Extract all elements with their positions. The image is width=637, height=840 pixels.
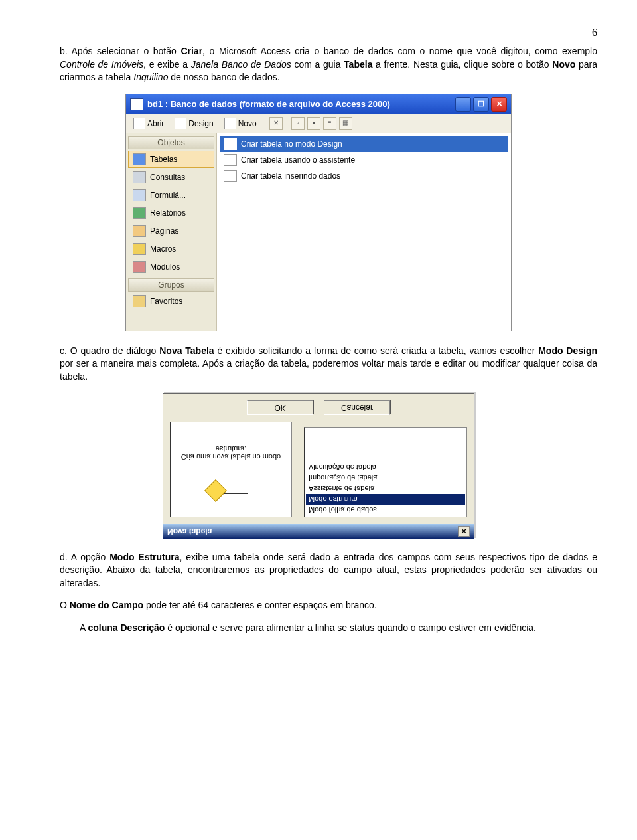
maximize-button[interactable]: ☐	[473, 97, 489, 112]
access-icon	[130, 98, 143, 110]
sidebar-item-formula[interactable]: Formulá...	[128, 187, 214, 204]
reports-icon	[133, 207, 146, 219]
close-button[interactable]: ✕	[491, 97, 507, 112]
dialog-buttons: OK Cancelar	[170, 400, 467, 415]
sidebar-item-consultas[interactable]: Consultas	[128, 169, 214, 186]
sidebar-item-modulos[interactable]: Módulos	[128, 258, 214, 276]
side-header-objetos: Objetos	[128, 136, 214, 149]
option-modo-estrutura[interactable]: Modo estrutura	[306, 494, 465, 505]
wizard-icon	[224, 154, 237, 166]
dialog-description: Cria uma nova tabela no modo estrutura.	[175, 445, 287, 461]
queries-icon	[133, 171, 146, 183]
paragraph-b: b. Após selecionar o botão Criar, o Micr…	[40, 45, 597, 84]
paragraph-d3: A coluna Descrição é opcional e serve pa…	[60, 622, 597, 635]
list-item-assistente[interactable]: Criar tabela usando o assistente	[220, 152, 508, 168]
open-icon	[133, 118, 145, 129]
option-vinculacao[interactable]: Vinculação de tabela	[306, 462, 465, 473]
paragraph-c: c. O quadro de diálogo Nova Tabela é exi…	[40, 345, 597, 384]
sidebar-item-macros[interactable]: Macros	[128, 240, 214, 258]
wizard-icon	[224, 138, 237, 150]
window-controls: _ ☐ ✕	[453, 97, 507, 112]
modules-icon	[133, 261, 146, 273]
new-icon	[224, 118, 236, 129]
sidebar-item-relatorios[interactable]: Relatórios	[128, 205, 214, 222]
minimize-button[interactable]: _	[455, 97, 471, 112]
view-small-icon[interactable]: ▪	[307, 117, 320, 130]
separator	[265, 117, 265, 130]
favorites-icon	[133, 295, 146, 307]
tables-icon	[133, 153, 146, 165]
sidebar-item-tabelas[interactable]: Tabelas	[128, 151, 214, 168]
separator	[287, 117, 287, 130]
dialog-preview-panel: Cria uma nova tabela no modo estrutura.	[170, 422, 292, 517]
dialog-options-list[interactable]: Modo folha de dados Modo estrutura Assis…	[304, 427, 467, 517]
design-button[interactable]: Design	[170, 116, 218, 131]
ok-button[interactable]: OK	[247, 400, 313, 415]
main-list: Criar tabela no modo Design Criar tabela…	[217, 133, 511, 331]
side-header-grupos: Grupos	[128, 278, 214, 292]
option-importacao[interactable]: Importação de tabela	[306, 473, 465, 483]
page-number: 6	[40, 27, 597, 39]
side-panel: Objetos Tabelas Consultas Formulá... Rel…	[126, 133, 217, 331]
db-body: Objetos Tabelas Consultas Formulá... Rel…	[126, 133, 511, 331]
forms-icon	[133, 189, 146, 201]
item-letter: d.	[60, 552, 68, 562]
view-large-icon[interactable]: ▫	[291, 117, 305, 130]
dialog-close-button[interactable]: ✕	[458, 526, 470, 537]
access-db-window: bd1 : Banco de dados (formato de arquivo…	[125, 94, 512, 331]
dialog-titlebar: Nova tabela ✕	[163, 524, 474, 539]
view-details-icon[interactable]: ▦	[339, 117, 352, 130]
list-item-inserindo[interactable]: Criar tabela inserindo dados	[220, 168, 508, 184]
nova-tabela-dialog: Nova tabela ✕ Cria uma nova tabela no mo…	[163, 393, 474, 539]
window-title: bd1 : Banco de dados (formato de arquivo…	[147, 99, 390, 109]
window-titlebar: bd1 : Banco de dados (formato de arquivo…	[126, 94, 511, 114]
cancel-button[interactable]: Cancelar	[324, 400, 390, 415]
nova-tabela-dialog-flipped: Nova tabela ✕ Cria uma nova tabela no mo…	[163, 393, 474, 539]
macros-icon	[133, 243, 146, 255]
structure-icon	[214, 469, 248, 494]
pages-icon	[133, 225, 146, 237]
paragraph-d: d. A opção Modo Estrutura, exibe uma tab…	[40, 551, 597, 590]
option-assistente[interactable]: Assistente de tabela	[306, 483, 465, 494]
sidebar-item-favoritos[interactable]: Favoritos	[128, 293, 214, 310]
db-toolbar: Abrir Design Novo ✕ ▫ ▪ ≡ ▦	[126, 114, 511, 133]
wizard-icon	[224, 170, 237, 182]
dialog-body: Cria uma nova tabela no modo estrutura. …	[163, 394, 474, 524]
dialog-title: Nova tabela	[167, 527, 212, 536]
option-folha-dados[interactable]: Modo folha de dados	[306, 505, 465, 515]
list-item-design[interactable]: Criar tabela no modo Design	[220, 136, 508, 152]
delete-icon[interactable]: ✕	[269, 117, 283, 130]
view-list-icon[interactable]: ≡	[323, 117, 336, 130]
item-letter: b.	[60, 46, 68, 56]
abrir-button[interactable]: Abrir	[129, 116, 169, 131]
novo-button[interactable]: Novo	[220, 116, 261, 131]
design-icon	[175, 118, 186, 129]
item-letter: c.	[60, 345, 67, 356]
sidebar-item-paginas[interactable]: Páginas	[128, 222, 214, 240]
paragraph-d2: O Nome do Campo pode ter até 64 caracter…	[40, 599, 597, 612]
